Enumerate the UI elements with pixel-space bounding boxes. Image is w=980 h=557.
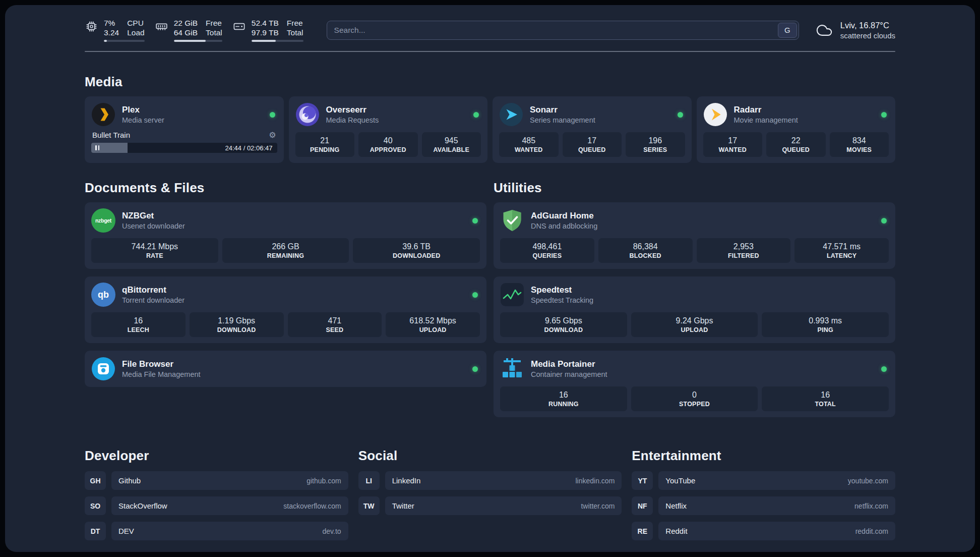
bookmark-linkedin: LI LinkedIn linkedin.com (358, 471, 622, 490)
gear-icon[interactable]: ⚙ (269, 131, 276, 139)
bookmark-abbr[interactable]: TW (358, 496, 380, 515)
stat-label: MOVIES (832, 146, 887, 154)
bookmark-link[interactable]: StackOverflow stackoverflow.com (111, 496, 348, 515)
bookmark-link[interactable]: Github github.com (111, 471, 348, 490)
pause-icon[interactable] (95, 145, 99, 150)
status-indicator (473, 112, 479, 118)
stat-tile: 17 WANTED (703, 132, 763, 157)
stat-value: 266 GB (224, 242, 347, 252)
filebrowser-card[interactable]: File Browser Media File Management (85, 351, 486, 387)
speedtest-card[interactable]: Speedtest Speedtest Tracking 9.65 Gbps D… (494, 276, 895, 343)
stat-value: 834 (832, 136, 887, 146)
status-indicator (881, 112, 887, 118)
stat-label: WANTED (501, 146, 557, 154)
service-description: Media File Management (122, 370, 201, 379)
plex-card[interactable]: Plex Media server Bullet Train ⚙ 24:44 /… (85, 96, 284, 163)
radarr-icon (703, 102, 727, 127)
playback-time: 24:44 / 02:06:47 (225, 144, 277, 152)
section-documents: Documents & Files nzbget NZBGet Usenet d… (85, 180, 486, 395)
stat-label: WANTED (705, 146, 761, 154)
cpu-chip-icon (85, 20, 98, 33)
bookmark-link[interactable]: Twitter twitter.com (385, 496, 622, 515)
stat-tile: 1.19 Gbps DOWNLOAD (190, 312, 284, 337)
stat-tile: 2,953 FILTERED (697, 238, 791, 263)
weather-widget: Lviv, 16.87°C scattered clouds (814, 21, 895, 40)
bookmark-reddit: RE Reddit reddit.com (632, 522, 895, 540)
bookmark-abbr[interactable]: LI (358, 471, 380, 490)
nzbget-card[interactable]: nzbget NZBGet Usenet downloader 744.21 M… (85, 202, 486, 269)
overseerr-icon (295, 102, 320, 127)
bookmark-link[interactable]: YouTube youtube.com (658, 471, 895, 490)
stat-value: 498,461 (502, 242, 592, 252)
bookmark-abbr[interactable]: RE (632, 522, 653, 540)
stat-tile: 39.6 TB DOWNLOADED (353, 238, 480, 263)
stat-label: FILTERED (699, 252, 789, 260)
adguard-card[interactable]: AdGuard Home DNS and adblocking 498,461 … (494, 202, 895, 269)
sonarr-card[interactable]: Sonarr Series management 485 WANTED 17 Q… (493, 96, 692, 163)
memory-total-value: 64 GiB (174, 28, 198, 37)
stat-tile: 16 RUNNING (500, 386, 627, 411)
section-media: Media Plex Media server Bullet Train ⚙ (85, 74, 895, 163)
stat-tile: 47.571 ms LATENCY (794, 238, 889, 263)
top-bar: 7% CPU 3.24 Load 22 GiB Free (85, 18, 895, 42)
bookmark-link[interactable]: LinkedIn linkedin.com (385, 471, 622, 490)
cpu-usage-value: 7% (104, 18, 119, 28)
stat-value: 86,384 (600, 242, 691, 252)
status-indicator (270, 112, 275, 118)
portainer-card[interactable]: Media Portainer Container management 16 … (494, 351, 895, 417)
bookmark-link[interactable]: Netflix netflix.com (658, 496, 895, 515)
cpu-load-label: Load (127, 28, 144, 37)
overseerr-card[interactable]: Overseerr Media Requests 21 PENDING 40 A… (289, 96, 488, 163)
qbittorrent-card[interactable]: qb qBittorrent Torrent downloader 16 LEE… (85, 276, 486, 343)
stat-tile: 22 QUEUED (766, 132, 826, 157)
radarr-card[interactable]: Radarr Movie management 17 WANTED 22 QUE… (697, 96, 896, 163)
stat-tile: 16 LEECH (91, 312, 186, 337)
stat-tile: 471 SEED (288, 312, 382, 337)
bookmark-link[interactable]: DEV dev.to (111, 522, 348, 540)
section-entertainment: Entertainment YT YouTube youtube.com NF … (632, 448, 895, 547)
bookmark-abbr[interactable]: NF (632, 496, 653, 515)
service-description: Movie management (734, 116, 798, 125)
bookmark-youtube: YT YouTube youtube.com (632, 471, 895, 490)
stat-value: 744.21 Mbps (93, 242, 216, 252)
stat-value: 21 (297, 136, 353, 146)
service-name: Sonarr (530, 104, 595, 115)
service-description: Speedtest Tracking (531, 296, 593, 305)
stat-label: STOPPED (633, 400, 756, 408)
service-description: Series management (530, 116, 595, 125)
dashboard: 7% CPU 3.24 Load 22 GiB Free (5, 5, 975, 552)
nzbget-icon: nzbget (91, 208, 115, 233)
disk-icon (232, 20, 246, 33)
stat-value: 196 (628, 136, 683, 146)
bookmark-abbr[interactable]: GH (85, 471, 106, 490)
stat-tile: 196 SERIES (626, 132, 685, 157)
stat-value: 39.6 TB (355, 242, 478, 252)
stat-tile: 834 MOVIES (830, 132, 889, 157)
disk-free-label: Free (287, 18, 303, 28)
stat-tile: 16 TOTAL (762, 386, 889, 411)
stat-label: QUEUED (768, 146, 824, 154)
stat-value: 485 (501, 136, 557, 146)
stat-tile: 9.24 Gbps UPLOAD (631, 312, 758, 337)
bookmark-abbr[interactable]: DT (85, 522, 106, 540)
stat-value: 40 (360, 136, 416, 146)
stat-label: UPLOAD (388, 326, 478, 334)
bookmark-abbr[interactable]: YT (632, 471, 653, 490)
bookmark-abbr[interactable]: SO (85, 496, 106, 515)
stat-value: 945 (424, 136, 479, 146)
cpu-load-value: 3.24 (104, 28, 119, 37)
status-indicator (472, 292, 478, 298)
plex-progress-bar[interactable]: 24:44 / 02:06:47 (91, 143, 277, 153)
bookmark-link[interactable]: Reddit reddit.com (658, 522, 895, 540)
memory-widget: 22 GiB Free 64 GiB Total (155, 18, 222, 42)
cloud-icon (814, 22, 834, 39)
stat-value: 16 (764, 390, 887, 400)
service-name: Speedtest (531, 285, 593, 295)
stat-label: REMAINING (224, 252, 347, 260)
search-provider-button[interactable]: G (778, 23, 797, 38)
status-indicator (472, 366, 478, 372)
search-input[interactable] (327, 21, 776, 39)
stat-tile: 618.52 Mbps UPLOAD (386, 312, 480, 337)
service-description: Media Requests (326, 116, 379, 125)
cpu-label: CPU (127, 18, 144, 28)
